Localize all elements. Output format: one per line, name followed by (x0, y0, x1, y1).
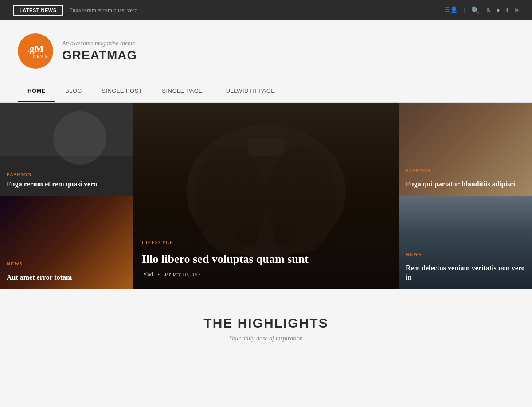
hero-left-top-content: FASHION Fuga rerum et rem quasi vero (0, 165, 133, 196)
hero-center-author: vlad (144, 271, 153, 277)
hero-right-top-title: Fuga qui pariatur blanditiis adipisci (406, 180, 525, 189)
twitter-icon[interactable]: 𝕏 (486, 7, 490, 13)
hero-center-dash: - (158, 271, 161, 277)
search-icon[interactable]: 🔍 (471, 6, 480, 14)
nav-item-single-post[interactable]: SINGLE POST (92, 80, 152, 102)
linkedin-icon[interactable]: in (514, 8, 519, 13)
hero-left-bottom-title: Aut amet error totam (7, 273, 126, 282)
nav-link-blog[interactable]: BLOG (55, 80, 92, 101)
highlights-subtitle: Your daily dose of inspiration (18, 335, 514, 342)
hero-right-bottom-content: NEWS Rem delectus veniam veritatis non v… (399, 245, 532, 289)
site-name: GREATMAG (62, 48, 137, 63)
hero-left-top[interactable]: FASHION Fuga rerum et rem quasi vero (0, 103, 133, 196)
topbar-left: LATEST NEWS Fuga rerum et rem quasi vero (13, 5, 137, 16)
divider: | (464, 7, 465, 14)
hero-left-top-title: Fuga rerum et rem quasi vero (7, 180, 126, 189)
hero-center-content: LIFESTYLE Illo libero sed voluptas quam … (133, 231, 399, 289)
highlights-title: THE HIGHLIGHTS (18, 316, 514, 331)
logo-icon[interactable]: .gM NEWS (18, 33, 53, 69)
nav-link-single-post[interactable]: SINGLE POST (92, 80, 152, 101)
hero-right-top-category: FASHION (406, 168, 525, 173)
hero-center[interactable]: LIFESTYLE Illo libero sed voluptas quam … (133, 103, 399, 289)
hero-center-category: LIFESTYLE (142, 240, 390, 245)
hero-left-bottom-content: NEWS Aut amet error totam (0, 254, 133, 289)
ticker-text: Fuga rerum et rem quasi vero (70, 7, 137, 14)
nav-link-home[interactable]: HOME (18, 80, 55, 102)
hero-grid: FASHION Fuga rerum et rem quasi vero LIF… (0, 103, 532, 289)
hero-left-bottom[interactable]: NEWS Aut amet error totam (0, 196, 133, 289)
nav-list: HOME BLOG SINGLE POST SINGLE PAGE FULLWI… (18, 80, 514, 102)
main-nav: HOME BLOG SINGLE POST SINGLE PAGE FULLWI… (0, 80, 532, 103)
hero-left-bottom-category: NEWS (7, 261, 126, 266)
topbar: LATEST NEWS Fuga rerum et rem quasi vero… (0, 0, 532, 20)
hero-center-title: Illo libero sed voluptas quam sunt (142, 252, 390, 267)
hero-center-date: January 10, 2017 (164, 271, 201, 277)
nav-link-single-page[interactable]: SINGLE PAGE (152, 80, 212, 101)
hero-right-bottom-title: Rem delectus veniam veritatis non vero i… (406, 264, 525, 282)
site-header: .gM NEWS An awesome magazine theme GREAT… (0, 20, 532, 80)
nav-item-fullwidth[interactable]: FULLWIDTH PAGE (212, 80, 285, 102)
nav-item-single-page[interactable]: SINGLE PAGE (152, 80, 212, 102)
hero-center-meta: vlad - January 10, 2017 (142, 271, 390, 278)
latest-news-button[interactable]: LATEST NEWS (13, 5, 63, 16)
user-icon[interactable]: ☰👤 (444, 6, 458, 14)
hero-left-top-category: FASHION (7, 172, 126, 177)
nav-item-blog[interactable]: BLOG (55, 80, 92, 102)
facebook-icon[interactable]: f (506, 7, 509, 14)
tagline: An awesome magazine theme (62, 40, 137, 47)
nav-link-fullwidth[interactable]: FULLWIDTH PAGE (212, 80, 285, 101)
hero-right-bottom-category: NEWS (406, 252, 525, 257)
nav-item-home[interactable]: HOME (18, 80, 55, 102)
hero-right-top-content: FASHION Fuga qui pariatur blanditiis adi… (399, 161, 532, 196)
logo-text: An awesome magazine theme GREATMAG (62, 40, 137, 63)
instagram-icon[interactable]: ● (497, 7, 500, 14)
hero-right-top[interactable]: FASHION Fuga qui pariatur blanditiis adi… (399, 103, 532, 196)
highlights-section: THE HIGHLIGHTS Your daily dose of inspir… (0, 289, 532, 360)
topbar-icons: ☰👤 | 🔍 𝕏 ● f in (444, 6, 519, 14)
hero-right-bottom[interactable]: NEWS Rem delectus veniam veritatis non v… (399, 196, 532, 289)
